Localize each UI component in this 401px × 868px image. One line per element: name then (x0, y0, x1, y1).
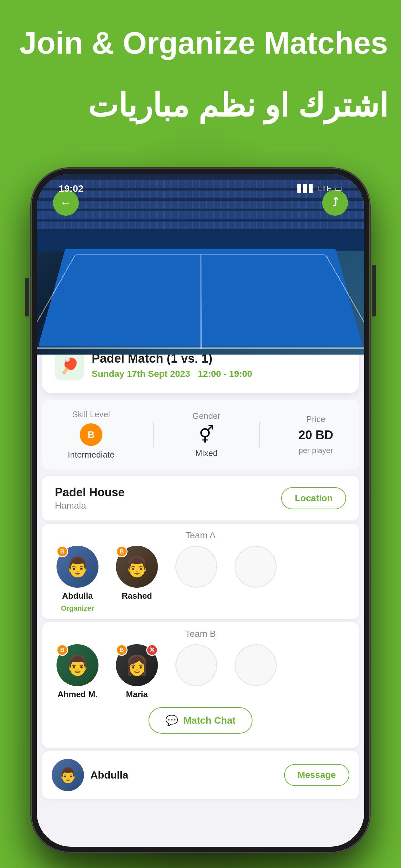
location-button[interactable]: Location (281, 487, 346, 509)
hero-title-ar: اشترك او نظم مباريات (19, 86, 388, 125)
phone-frame: 19:02 ▋▋▋ LTE ▭ ← ⤴ (31, 168, 370, 852)
match-chat-label: Match Chat (183, 715, 236, 726)
back-icon: ← (60, 196, 72, 210)
empty-slot-b2 (230, 644, 281, 686)
team-b-card: Team B 👨 B Ahmed M. (42, 622, 359, 748)
match-hero-image: 19:02 ▋▋▋ LTE ▭ ← ⤴ (37, 174, 364, 354)
ahmed-level-badge: B (57, 644, 68, 656)
match-sport-icon: 🏓 (55, 354, 84, 380)
abdulla-level-badge: B (57, 546, 68, 557)
status-bar: 19:02 ▋▋▋ LTE ▭ (42, 180, 359, 197)
gender-icon: ⚥ (199, 425, 214, 444)
rashed-avatar-wrap: 👨 B (116, 546, 158, 588)
match-chat-button[interactable]: 💬 Match Chat (149, 707, 252, 734)
price-stat: Price 20 BD per player (298, 414, 333, 455)
empty-avatar-b1 (175, 644, 217, 686)
skill-badge: B (80, 423, 102, 446)
player-slot-maria: 👩 B ✕ Maria (111, 644, 163, 700)
rashed-level-badge: B (116, 546, 127, 557)
match-stats-card: Skill Level B Intermediate Gender ⚥ Mixe… (42, 400, 359, 469)
team-a-players: 👨 B Abdulla Organizer 👨 (52, 546, 349, 613)
status-time: 19:02 (59, 183, 84, 194)
team-a-label: Team A (52, 530, 349, 540)
match-time: 12:00 - 19:00 (198, 369, 252, 379)
gender-label: Gender (192, 411, 220, 421)
divider-1 (153, 422, 154, 447)
gender-stat: Gender ⚥ Mixed (192, 411, 220, 458)
chat-icon: 💬 (165, 714, 178, 726)
empty-slot-b1 (171, 644, 222, 686)
chat-user-name: Abdulla (90, 769, 128, 781)
team-b-players: 👨 B Ahmed M. 👩 B (52, 644, 349, 700)
ahmed-name: Ahmed M. (58, 689, 97, 700)
venue-name: Padel House (55, 486, 125, 499)
divider-2 (259, 422, 260, 447)
abdulla-name: Abdulla (62, 591, 93, 601)
location-info: Padel House Hamala (55, 486, 125, 511)
message-button[interactable]: Message (284, 764, 349, 786)
hero-section: Join & Organize Matches اشترك او نظم مبا… (19, 26, 388, 125)
price-sub: per player (299, 446, 333, 455)
rashed-name: Rashed (122, 591, 152, 601)
skill-text: Intermediate (68, 450, 115, 460)
empty-avatar-a2 (235, 546, 277, 588)
player-slot-ahmed: 👨 B Ahmed M. (52, 644, 103, 700)
ahmed-avatar-wrap: 👨 B (57, 644, 98, 686)
phone-mockup: 19:02 ▋▋▋ LTE ▭ ← ⤴ (31, 168, 370, 852)
price-value: 20 BD (298, 428, 333, 442)
phone-screen: 19:02 ▋▋▋ LTE ▭ ← ⤴ (37, 174, 364, 847)
team-b-label: Team B (52, 629, 349, 639)
maria-name: Maria (126, 689, 148, 700)
empty-avatar-a1 (175, 546, 217, 588)
signal-icon: ▋▋▋ (297, 184, 315, 193)
maria-remove-badge: ✕ (146, 644, 158, 656)
player-slot-abdulla: 👨 B Abdulla Organizer (52, 546, 103, 613)
abdulla-avatar-wrap: 👨 B (57, 546, 98, 588)
court-bg (38, 249, 363, 346)
empty-slot-a1 (171, 546, 222, 588)
gender-text: Mixed (195, 448, 218, 458)
teams-section: Team A 👨 B Abdulla Organizer (42, 524, 359, 748)
price-label: Price (306, 414, 326, 424)
player-slot-rashed: 👨 B Rashed (111, 546, 163, 601)
match-info-card: 🏓 Padel Match (1 vs. 1) Sunday 17th Sept… (42, 354, 359, 393)
hero-title-en: Join & Organize Matches (19, 26, 388, 60)
maria-avatar-wrap: 👩 B ✕ (116, 644, 158, 686)
match-title: Padel Match (1 vs. 1) (92, 354, 252, 366)
match-date: Sunday 17th Sept 2023 (92, 369, 190, 379)
maria-level-badge: B (116, 644, 127, 656)
network-type: LTE (318, 184, 332, 193)
empty-slot-a2 (230, 546, 281, 588)
screen-content[interactable]: 🏓 Padel Match (1 vs. 1) Sunday 17th Sept… (37, 354, 364, 847)
chat-user: 👨 Abdulla (52, 759, 128, 791)
chat-user-avatar: 👨 (52, 759, 84, 791)
location-card: Padel House Hamala Location (42, 476, 359, 521)
skill-label: Skill Level (72, 409, 110, 420)
team-a-card: Team A 👨 B Abdulla Organizer (42, 524, 359, 619)
status-icons: ▋▋▋ LTE ▭ (297, 184, 342, 193)
bottom-chat-row: 👨 Abdulla Message (42, 751, 359, 799)
battery-icon: ▭ (335, 184, 342, 193)
empty-avatar-b2 (235, 644, 277, 686)
venue-area: Hamala (55, 500, 125, 511)
share-icon: ⤴ (332, 196, 338, 210)
abdulla-organizer-tag: Organizer (61, 604, 94, 613)
court-visual (37, 174, 364, 354)
skill-stat: Skill Level B Intermediate (68, 409, 115, 460)
